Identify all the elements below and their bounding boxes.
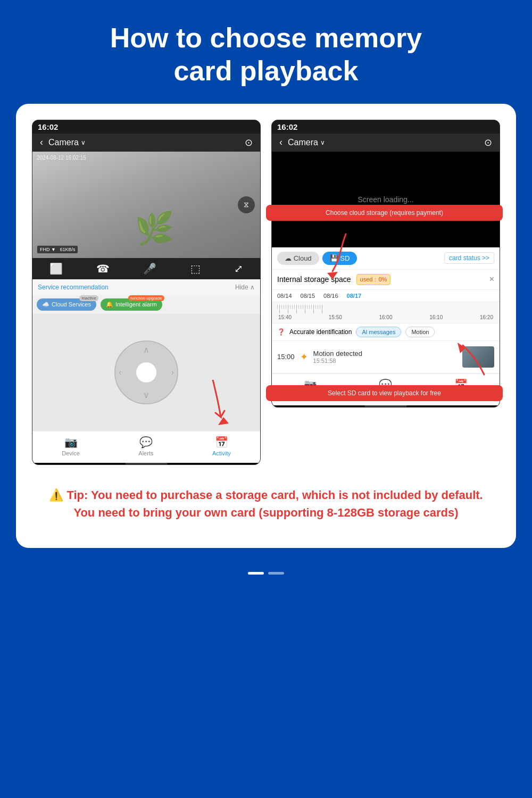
camera-controls-bar: ⬜ ☎ 🎤 ⬚ ⤢ [32, 258, 260, 279]
dot-active [248, 572, 264, 575]
camera-feed: 2024-08-12 16:02:15 🌿 ⧖ FHD ▼ 61KB/s [32, 152, 260, 258]
service-rec-label: Service recommendation [38, 284, 109, 291]
ptz-center-button[interactable] [136, 362, 157, 383]
function-upgrade-badge: function upgrade [128, 295, 164, 301]
event-time: 15:00 [277, 353, 295, 361]
ptz-circle[interactable]: ∧ ∨ ‹ › [114, 340, 178, 404]
left-status-bar: 16:02 [32, 120, 260, 134]
ptz-right-arrow[interactable]: › [171, 368, 174, 377]
event-dot-icon: ✦ [300, 351, 308, 363]
cloud-storage-callout: Choose cloud storage (requires payment) [266, 205, 503, 221]
right-nav-bar: ‹ Camera ∨ ⊙ [272, 134, 500, 152]
question-icon: ❓ [277, 328, 285, 336]
ai-messages-badge[interactable]: Al messages [356, 327, 401, 337]
alarm-icon: 🔔 [106, 301, 113, 308]
service-rec-bar: Service recommendation Hide ∧ [32, 279, 260, 295]
left-bottom-nav: 📷 Device 💬 Alerts 📅 Activity [32, 431, 260, 463]
nav-alerts-left[interactable]: 💬 Alerts [138, 436, 153, 456]
motion-badge[interactable]: Motion [405, 327, 435, 337]
right-phone-screen: 16:02 ‹ Camera ∨ ⊙ Screen loading... ☁ [271, 120, 500, 408]
fhd-badge: FHD ▼ 61KB/s [37, 245, 78, 254]
left-screen-container: 16:02 ‹ Camera ∨ ⊙ 2024-08-12 16:02:15 🌿… [32, 120, 261, 465]
date-4[interactable]: 08/17 [347, 293, 362, 299]
record-icon[interactable]: ⬜ [49, 262, 63, 275]
used-badge: used：0% [356, 274, 391, 285]
nav-activity-left[interactable]: 📅 Activity [212, 436, 231, 456]
cloud-icon-tab: ☁ [285, 254, 292, 262]
ptz-left-arrow[interactable]: ‹ [119, 368, 121, 377]
service-buttons: ☁️ Cloud Services Inactive 🔔 Intelligent… [32, 295, 260, 314]
feed-timestamp: 2024-08-12 16:02:15 [37, 155, 86, 161]
dot-inactive [268, 572, 284, 575]
home-indicator-left [125, 463, 168, 464]
cloud-icon: ☁️ [42, 301, 49, 308]
main-card: 16:02 ‹ Camera ∨ ⊙ 2024-08-12 16:02:15 🌿… [16, 104, 516, 548]
page-title: How to choose memory card playback [110, 21, 422, 88]
camera-label-left: Camera [48, 138, 79, 147]
event-subtitle: 15:51:58 [313, 358, 457, 364]
tip-section: ⚠️ Tip: You need to purchase a storage c… [32, 476, 500, 532]
back-arrow-icon[interactable]: ‹ [40, 137, 43, 148]
cloud-tab[interactable]: ☁ Cloud [277, 252, 319, 265]
card-status-button[interactable]: card status >> [444, 252, 494, 264]
date-1[interactable]: 08/14 [277, 293, 292, 299]
screens-row: 16:02 ‹ Camera ∨ ⊙ 2024-08-12 16:02:15 🌿… [32, 120, 500, 465]
filter-icon[interactable]: ⧖ [238, 196, 255, 213]
tip-text: ⚠️ Tip: You need to purchase a storage c… [48, 486, 484, 521]
event-title: Motion detected [313, 350, 457, 358]
timeline-dates: 08/14 08/15 08/16 08/17 [272, 290, 500, 302]
crop-icon[interactable]: ⬚ [190, 262, 201, 275]
internal-storage-bar: Internal storage space used：0% × [272, 270, 500, 290]
bottom-dots [248, 564, 284, 585]
ptz-control-area: ∧ ∨ ‹ › [32, 314, 260, 431]
fullscreen-icon[interactable]: ⤢ [234, 262, 243, 275]
right-chevron-icon: ∨ [320, 139, 325, 146]
device-icon: 📷 [64, 436, 78, 448]
timeline-bar[interactable]: 15:40 15:50 16:00 16:10 16:20 [272, 302, 500, 323]
date-2[interactable]: 08/15 [301, 293, 315, 299]
cloud-services-button[interactable]: ☁️ Cloud Services Inactive [37, 298, 96, 311]
mic-icon[interactable]: ☎ [96, 262, 110, 275]
event-thumbnail[interactable] [462, 346, 494, 368]
sd-card-callout: Select SD card to view playback for free [266, 385, 503, 401]
event-info: Motion detected 15:51:58 [313, 350, 457, 364]
activity-icon-left: 📅 [215, 436, 228, 448]
left-nav-bar: ‹ Camera ∨ ⊙ [32, 134, 260, 152]
right-settings-icon[interactable]: ⊙ [484, 137, 492, 148]
chevron-down-icon: ∨ [81, 139, 86, 146]
tip-icon: ⚠️ [49, 488, 63, 502]
right-screen-wrapper: 16:02 ‹ Camera ∨ ⊙ Screen loading... ☁ [271, 120, 500, 465]
storage-tabs: ☁ Cloud 💾 SD card status >> [272, 247, 500, 270]
screen-loading-text: Screen loading... [358, 195, 413, 204]
nav-device-left[interactable]: 📷 Device [62, 436, 80, 456]
left-time: 16:02 [38, 122, 58, 131]
date-3[interactable]: 08/16 [323, 293, 338, 299]
ai-filter-row: ❓ Accurate identification Al messages Mo… [272, 323, 500, 341]
alerts-icon: 💬 [139, 436, 153, 448]
tree-decoration: 🌿 [135, 210, 174, 247]
right-screen-body: Screen loading... [272, 152, 500, 247]
home-indicator-right [364, 405, 407, 407]
ptz-down-arrow[interactable]: ∨ [143, 390, 149, 400]
volume-icon[interactable]: 🎤 [143, 262, 156, 275]
sd-icon-tab: 💾 [330, 254, 338, 262]
settings-icon[interactable]: ⊙ [245, 137, 253, 148]
right-back-arrow-icon[interactable]: ‹ [279, 137, 282, 148]
hide-button[interactable]: Hide ∧ [235, 284, 255, 291]
right-camera-label: Camera [288, 138, 318, 147]
inactive-badge: Inactive [79, 295, 98, 301]
internal-storage-label: Internal storage space [277, 275, 351, 284]
accurate-id-label: Accurate identification [289, 328, 352, 336]
left-phone-screen: 16:02 ‹ Camera ∨ ⊙ 2024-08-12 16:02:15 🌿… [32, 120, 261, 465]
page-header: How to choose memory card playback [78, 0, 454, 104]
ptz-up-arrow[interactable]: ∧ [143, 345, 149, 355]
close-icon[interactable]: × [489, 275, 494, 284]
right-time: 16:02 [277, 122, 297, 131]
event-row: 15:00 ✦ Motion detected 15:51:58 [272, 341, 500, 373]
right-status-bar: 16:02 [272, 120, 500, 134]
intelligent-alarm-button[interactable]: 🔔 Intelligent alarm function upgrade [101, 298, 162, 311]
sd-tab[interactable]: 💾 SD [322, 252, 358, 265]
